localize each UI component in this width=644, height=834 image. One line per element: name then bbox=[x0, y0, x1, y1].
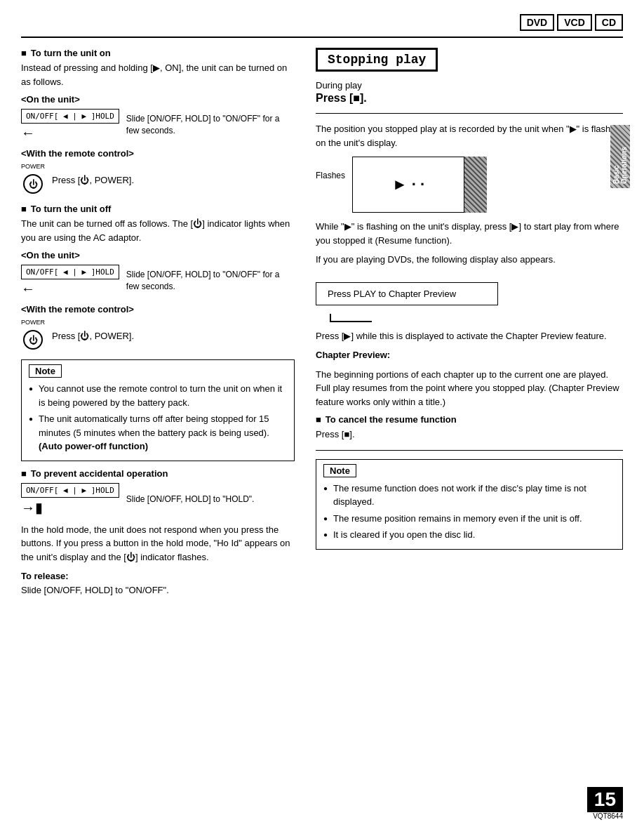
cd-badge: CD bbox=[595, 14, 623, 31]
top-divider bbox=[21, 37, 623, 38]
hold-text: Slide [ON/OFF, HOLD] to "HOLD". bbox=[126, 494, 255, 505]
power-label2: POWER bbox=[21, 319, 45, 326]
remote-label2: <With the remote control> bbox=[21, 304, 295, 315]
remote-text: Press [⏻, POWER]. bbox=[52, 175, 134, 185]
flash-arrow-icon: ► · · bbox=[392, 176, 424, 194]
power-label: POWER bbox=[21, 163, 45, 170]
during-play-label: During play bbox=[316, 80, 623, 91]
basic-ops-sidebar bbox=[464, 157, 487, 213]
on-unit-label2: <On the unit> bbox=[21, 250, 295, 260]
chapter-preview-box: Press PLAY to Chapter Preview bbox=[316, 282, 498, 305]
stopped-position-text: The position you stopped play at is reco… bbox=[316, 122, 623, 150]
unit-slider-img: ON/OFF[ ◀ | ▶ ]HOLD bbox=[21, 109, 119, 124]
page-number: 15 bbox=[587, 787, 623, 812]
chapter-preview-body: The beginning portions of each chapter u… bbox=[316, 368, 623, 409]
basic-ops-label: Basic Operations bbox=[610, 125, 630, 188]
chapter-preview-text: Press PLAY to Chapter Preview bbox=[328, 289, 456, 299]
section-divider-2 bbox=[316, 450, 623, 451]
release-heading-text: To release: bbox=[21, 571, 69, 581]
turn-off-heading: To turn the unit off bbox=[21, 204, 295, 214]
hold-unit-diagram: ON/OFF[ ◀ | ▶ ]HOLD →▮ Slide [ON/OFF, HO… bbox=[21, 483, 295, 516]
remote-label: <With the remote control> bbox=[21, 148, 295, 159]
flash-display-box: ► · · bbox=[352, 157, 464, 213]
remote-row2: POWER ⏻ Press [⏻, POWER]. bbox=[21, 319, 295, 352]
flashes-label: Flashes bbox=[316, 171, 345, 180]
cancel-resume-heading: To cancel the resume function bbox=[316, 414, 623, 425]
page-number-box: 15 VQT8644 bbox=[587, 787, 623, 820]
press-stop-section: During play Press [■]. bbox=[316, 80, 623, 105]
turn-on-p1: Instead of pressing and holding [▶, ON],… bbox=[21, 61, 295, 88]
vqt-code: VQT8644 bbox=[593, 812, 623, 820]
activate-text: Press [▶] while this is displayed to act… bbox=[316, 329, 623, 343]
left-column: To turn the unit on Instead of pressing … bbox=[21, 48, 295, 602]
chapter-preview-heading: Chapter Preview: bbox=[316, 348, 623, 362]
power-button2: ⏻ bbox=[23, 330, 43, 350]
release-text: Slide [ON/OFF, HOLD] to "ON/OFF". bbox=[21, 585, 169, 595]
note2-item-3: It is cleared if you open the disc lid. bbox=[323, 528, 615, 542]
on-unit-diagram: ON/OFF[ ◀ | ▶ ]HOLD ← Slide [ON/OFF, HOL… bbox=[21, 109, 295, 141]
prevent-heading: To prevent accidental operation bbox=[21, 468, 295, 479]
power-button-wrap: POWER ⏻ bbox=[21, 163, 45, 197]
note-item-2: The unit automatically turns off after b… bbox=[29, 412, 287, 454]
note-box-2: Note The resume function does not work i… bbox=[316, 459, 623, 550]
on-unit-text: Slide [ON/OFF, HOLD] to "ON/OFF" for a f… bbox=[126, 113, 295, 137]
note2-item-2: The resume position remains in memory ev… bbox=[323, 512, 615, 526]
vcd-badge: VCD bbox=[557, 14, 592, 31]
dvd-badge: DVD bbox=[520, 14, 555, 31]
on-unit-text2: Slide [ON/OFF, HOLD] to "ON/OFF" for a f… bbox=[126, 269, 295, 293]
press-stop-label: Press [■]. bbox=[316, 92, 623, 105]
turn-on-heading: To turn the unit on bbox=[21, 48, 295, 58]
note-title: Note bbox=[29, 364, 62, 378]
turn-off-p1: The unit can be turned off as follows. T… bbox=[21, 217, 295, 244]
hold-mode-p1: In the hold mode, the unit does not resp… bbox=[21, 523, 295, 564]
remote-row: POWER ⏻ Press [⏻, POWER]. bbox=[21, 163, 295, 197]
unit-slider-img2: ON/OFF[ ◀ | ▶ ]HOLD bbox=[21, 265, 119, 279]
resume-text: While "▶" is flashing on the unit's disp… bbox=[316, 220, 623, 247]
on-unit-label: <On the unit> bbox=[21, 94, 295, 105]
stopping-play-title: Stopping play bbox=[316, 48, 438, 72]
chapter-box-tail bbox=[330, 314, 372, 322]
remote-text2: Press [⏻, POWER]. bbox=[52, 331, 134, 341]
right-column: Stopping play During play Press [■]. The… bbox=[316, 48, 623, 602]
hold-slider-img: ON/OFF[ ◀ | ▶ ]HOLD bbox=[21, 483, 119, 498]
note-list-2: The resume function does not work if the… bbox=[323, 482, 615, 542]
section-divider-1 bbox=[316, 113, 623, 114]
release-heading: To release: Slide [ON/OFF, HOLD] to "ON/… bbox=[21, 569, 295, 597]
auto-power-off-label: (Auto power-off function) bbox=[39, 441, 148, 451]
main-content: To turn the unit on Instead of pressing … bbox=[21, 48, 623, 602]
cancel-resume-text: Press [■]. bbox=[316, 428, 623, 442]
note-title-2: Note bbox=[323, 464, 356, 477]
format-badges: DVD VCD CD bbox=[21, 14, 623, 31]
power-button-wrap2: POWER ⏻ bbox=[21, 319, 45, 352]
note-item-1: You cannot use the remote control to tur… bbox=[29, 382, 287, 409]
note-list: You cannot use the remote control to tur… bbox=[29, 382, 287, 454]
on-unit-diagram2: ON/OFF[ ◀ | ▶ ]HOLD ← Slide [ON/OFF, HOL… bbox=[21, 265, 295, 297]
power-button: ⏻ bbox=[23, 174, 43, 194]
flash-container: Flashes ► · · bbox=[316, 157, 623, 213]
note-box: Note You cannot use the remote control t… bbox=[21, 359, 295, 461]
chapter-box-wrapper: Press PLAY to Chapter Preview bbox=[316, 274, 623, 322]
dvd-display-text: If you are playing DVDs, the following d… bbox=[316, 253, 623, 267]
chapter-preview-heading-text: Chapter Preview: bbox=[316, 350, 390, 360]
note2-item-1: The resume function does not work if the… bbox=[323, 482, 615, 509]
